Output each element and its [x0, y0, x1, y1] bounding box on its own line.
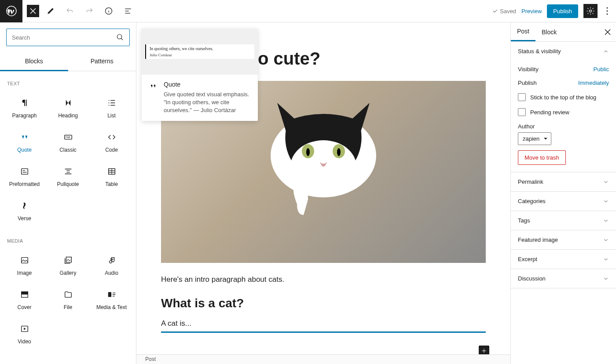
undo-icon[interactable]	[62, 3, 78, 19]
tab-blocks[interactable]: Blocks	[0, 52, 68, 71]
breadcrumb-bar: Post	[136, 354, 510, 364]
publish-value[interactable]: Immediately	[578, 80, 609, 86]
category-text: TEXT	[0, 77, 136, 90]
edit-tool-icon[interactable]	[43, 3, 59, 19]
search-icon	[116, 33, 124, 41]
quote-preview-cite: Julio Cortázar	[150, 53, 251, 57]
quote-desc-title: Quote	[164, 81, 251, 88]
block-inserter-panel: Blocks Patterns TEXT Paragraph Heading L…	[0, 22, 136, 364]
svg-point-3	[607, 7, 608, 9]
cat-image-placeholder	[253, 94, 394, 217]
block-gallery[interactable]: Gallery	[46, 247, 90, 281]
saved-status: Saved	[492, 8, 516, 15]
chevron-down-icon	[603, 237, 609, 243]
svg-rect-14	[108, 292, 111, 297]
block-pullquote[interactable]: Pullquote	[46, 158, 90, 193]
publish-button[interactable]: Publish	[547, 4, 578, 18]
panel-featured-image[interactable]: Featured image	[511, 230, 616, 249]
settings-sidebar: Post Block Status & visibility Visibilit…	[510, 22, 616, 364]
stick-checkbox[interactable]	[518, 93, 526, 101]
panel-tags[interactable]: Tags	[511, 211, 616, 230]
quote-icon	[149, 82, 158, 115]
block-table[interactable]: Table	[90, 158, 133, 193]
chevron-up-icon	[603, 48, 609, 55]
chevron-down-icon	[603, 198, 609, 204]
redo-icon[interactable]	[81, 3, 97, 19]
panel-permalink[interactable]: Permalink	[511, 172, 616, 191]
kebab-icon	[606, 7, 608, 15]
author-label: Author	[518, 123, 609, 130]
pending-checkbox[interactable]	[518, 108, 526, 116]
chevron-down-icon	[603, 276, 609, 282]
category-media: MEDIA	[0, 235, 136, 247]
info-icon[interactable]	[101, 3, 117, 19]
block-list[interactable]: List	[90, 90, 133, 124]
block-verse[interactable]: Verse	[3, 193, 46, 227]
check-icon	[492, 8, 498, 14]
publish-label: Publish	[518, 80, 537, 86]
block-heading[interactable]: Heading	[46, 90, 90, 124]
svg-rect-11	[66, 257, 71, 262]
gear-icon	[586, 7, 595, 15]
block-media-text[interactable]: Media & Text	[90, 281, 133, 316]
close-icon	[605, 29, 611, 35]
outline-icon[interactable]	[120, 3, 136, 19]
quote-block-tooltip: In quoting others, we cite ourselves. Ju…	[142, 29, 258, 121]
panel-status-visibility[interactable]: Status & visibility	[511, 42, 616, 61]
block-preformatted[interactable]: Preformatted	[3, 158, 46, 193]
svg-point-5	[607, 14, 608, 15]
more-menu-button[interactable]	[603, 3, 612, 19]
block-cover[interactable]: Cover	[3, 281, 46, 316]
block-audio[interactable]: Audio	[90, 247, 133, 281]
svg-rect-7	[64, 135, 72, 139]
move-to-trash-button[interactable]: Move to trash	[518, 150, 566, 165]
svg-point-20	[306, 148, 310, 156]
block-video[interactable]: Video	[3, 316, 46, 350]
sidebar-tab-block[interactable]: Block	[535, 22, 563, 41]
stick-label: Stick to the top of the blog	[530, 94, 596, 101]
block-file[interactable]: File	[46, 281, 90, 316]
pending-label: Pending review	[530, 109, 569, 116]
svg-point-6	[117, 34, 122, 39]
block-code[interactable]: Code	[90, 124, 133, 158]
author-select[interactable]: zapien	[518, 132, 551, 145]
tab-patterns[interactable]: Patterns	[68, 52, 136, 71]
chevron-down-icon	[603, 179, 609, 185]
heading-block[interactable]: What is a cat?	[161, 296, 486, 310]
block-image[interactable]: Image	[3, 247, 46, 281]
block-classic[interactable]: Classic	[46, 124, 90, 158]
selected-paragraph-block[interactable]: A cat is...	[161, 319, 486, 333]
svg-rect-8	[21, 169, 28, 175]
chevron-down-icon	[603, 218, 609, 224]
quote-preview-text: In quoting others, we cite ourselves.	[150, 46, 251, 51]
block-quote[interactable]: Quote	[3, 124, 46, 158]
svg-point-4	[607, 11, 608, 12]
svg-rect-10	[21, 258, 28, 263]
svg-rect-13	[21, 292, 28, 295]
chevron-down-icon	[603, 256, 609, 262]
block-paragraph[interactable]: Paragraph	[3, 90, 46, 124]
intro-paragraph[interactable]: Here's an intro paragraph about cats.	[161, 275, 486, 284]
quote-desc-text: Give quoted text visual emphasis. "In qu…	[164, 91, 251, 115]
svg-point-2	[590, 10, 592, 12]
panel-categories[interactable]: Categories	[511, 192, 616, 211]
panel-discussion[interactable]: Discussion	[511, 269, 616, 288]
panel-excerpt[interactable]: Excerpt	[511, 250, 616, 269]
top-toolbar: Saved Preview Publish	[0, 0, 616, 22]
close-inserter-button[interactable]	[27, 5, 39, 17]
svg-point-21	[337, 148, 341, 156]
wordpress-logo[interactable]	[0, 0, 22, 22]
block-search-input[interactable]	[6, 29, 130, 46]
settings-button[interactable]	[583, 4, 598, 18]
visibility-value[interactable]: Public	[594, 66, 609, 73]
preview-button[interactable]: Preview	[521, 8, 542, 15]
sidebar-tab-post[interactable]: Post	[511, 22, 535, 41]
visibility-label: Visibility	[518, 66, 539, 73]
sidebar-close-button[interactable]	[599, 29, 616, 35]
